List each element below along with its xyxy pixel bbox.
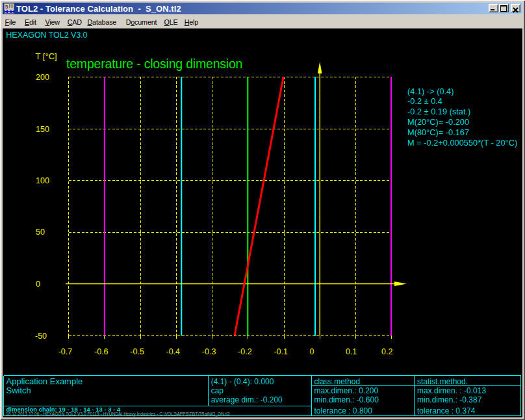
svg-text:max.dimen.: 0.200: max.dimen.: 0.200: [314, 386, 379, 395]
svg-text:temperature - closing dimensio: temperature - closing dimension: [66, 57, 242, 71]
svg-text:0: 0: [310, 347, 314, 356]
svg-text:-0.5: -0.5: [130, 347, 144, 356]
svg-text:100: 100: [36, 176, 49, 185]
svg-text:T [°C]: T [°C]: [36, 51, 57, 61]
svg-text:-0.7: -0.7: [58, 347, 73, 356]
svg-text:min.dimen.: -0.600: min.dimen.: -0.600: [314, 395, 379, 404]
svg-text:(4.1) -> (0.4): (4.1) -> (0.4): [407, 86, 454, 96]
svg-text:cap: cap: [211, 386, 224, 395]
svg-text:M(80°C)= -0.167: M(80°C)= -0.167: [407, 127, 469, 137]
svg-text:M = -0.2+0.000550*(T - 20°C): M = -0.2+0.000550*(T - 20°C): [407, 138, 517, 148]
svg-text:-0.4: -0.4: [166, 347, 181, 356]
svg-text:class.method: class.method: [314, 377, 361, 386]
svg-text:-0.3: -0.3: [202, 347, 216, 356]
svg-text:-50: -50: [35, 332, 47, 341]
svg-text:200: 200: [36, 73, 49, 82]
svg-text:-0.2 ± 0.4: -0.2 ± 0.4: [407, 96, 442, 106]
svg-text:tolerance : 0.374: tolerance : 0.374: [417, 406, 476, 415]
svg-text:-0.1: -0.1: [274, 347, 288, 356]
svg-text:statist.method.: statist.method.: [417, 377, 468, 386]
svg-text:0.2: 0.2: [381, 347, 392, 356]
svg-text:-0.2 ± 0.19 (stat.): -0.2 ± 0.19 (stat.): [407, 107, 470, 116]
svg-text:HEXAGON TOL2 V3.0: HEXAGON TOL2 V3.0: [6, 31, 87, 40]
svg-text:-0.2: -0.2: [238, 347, 252, 356]
svg-text:Switch: Switch: [6, 386, 31, 395]
svg-text:0.1: 0.1: [346, 347, 357, 356]
svg-text:(4.1) - (0.4): 0.000: (4.1) - (0.4): 0.000: [211, 377, 274, 386]
svg-text:average dim.: -0.200: average dim.: -0.200: [211, 395, 283, 404]
svg-text:tolerance : 0.800: tolerance : 0.800: [314, 406, 373, 415]
svg-text:Application Example: Application Example: [6, 376, 83, 386]
svg-text:min.dimen.: -0.387: min.dimen.: -0.387: [417, 395, 482, 404]
svg-text:18.12.2013 17:06 - HEXAGON TOL: 18.12.2013 17:06 - HEXAGON TOL2 V3.0 F01…: [6, 412, 230, 417]
svg-text:50: 50: [36, 228, 45, 237]
svg-text:0: 0: [36, 280, 40, 289]
svg-text:max.dimen. : -0.013: max.dimen. : -0.013: [417, 386, 486, 395]
svg-text:M(20°C)= -0.200: M(20°C)= -0.200: [407, 117, 469, 127]
svg-text:150: 150: [36, 125, 49, 134]
svg-text:-0.6: -0.6: [94, 347, 109, 356]
